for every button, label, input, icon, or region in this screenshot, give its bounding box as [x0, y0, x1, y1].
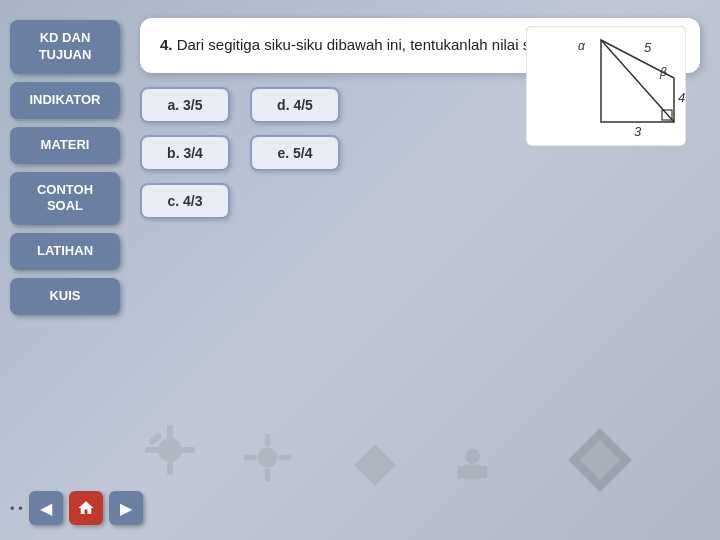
svg-text:4: 4 — [678, 90, 685, 105]
bottom-nav: • • ◀ ▶ — [10, 491, 143, 525]
svg-text:3: 3 — [634, 124, 642, 139]
question-box: 4. Dari segitiga siku-siku dibawah ini, … — [140, 18, 700, 73]
sidebar-item-materi[interactable]: MATERI — [10, 127, 120, 164]
question-number: 4. — [160, 36, 173, 53]
answer-c[interactable]: c. 4/3 — [140, 183, 230, 219]
answers-col-left: a. 3/5 b. 3/4 c. 4/3 — [140, 87, 230, 219]
svg-rect-18 — [526, 26, 686, 146]
sidebar-item-latihan[interactable]: LATIHAN — [10, 233, 120, 270]
question-text: Dari segitiga siku-siku dibawah ini, ten… — [177, 36, 569, 53]
answer-b[interactable]: b. 3/4 — [140, 135, 230, 171]
sidebar-item-kuis[interactable]: KUIS — [10, 278, 120, 315]
home-button[interactable] — [69, 491, 103, 525]
prev-button[interactable]: ◀ — [29, 491, 63, 525]
answer-a[interactable]: a. 3/5 — [140, 87, 230, 123]
sidebar: KD DAN TUJUAN INDIKATOR MATERI CONTOH SO… — [0, 0, 130, 540]
svg-text:5: 5 — [644, 40, 652, 55]
main-container: KD DAN TUJUAN INDIKATOR MATERI CONTOH SO… — [0, 0, 720, 540]
next-button[interactable]: ▶ — [109, 491, 143, 525]
svg-text:α: α — [578, 39, 586, 53]
answer-d[interactable]: d. 4/5 — [250, 87, 340, 123]
sidebar-item-contoh-soal[interactable]: CONTOH SOAL — [10, 172, 120, 226]
home-icon — [77, 499, 95, 517]
sidebar-item-indikator[interactable]: INDIKATOR — [10, 82, 120, 119]
content-area: 4. Dari segitiga siku-siku dibawah ini, … — [130, 0, 720, 540]
answers-col-right: d. 4/5 e. 5/4 — [250, 87, 340, 171]
answer-e[interactable]: e. 5/4 — [250, 135, 340, 171]
sidebar-item-kd-dan-tujuan[interactable]: KD DAN TUJUAN — [10, 20, 120, 74]
triangle-diagram: 5 4 3 α β — [526, 26, 686, 146]
svg-text:β: β — [659, 65, 667, 79]
nav-dots: • • — [10, 501, 23, 516]
